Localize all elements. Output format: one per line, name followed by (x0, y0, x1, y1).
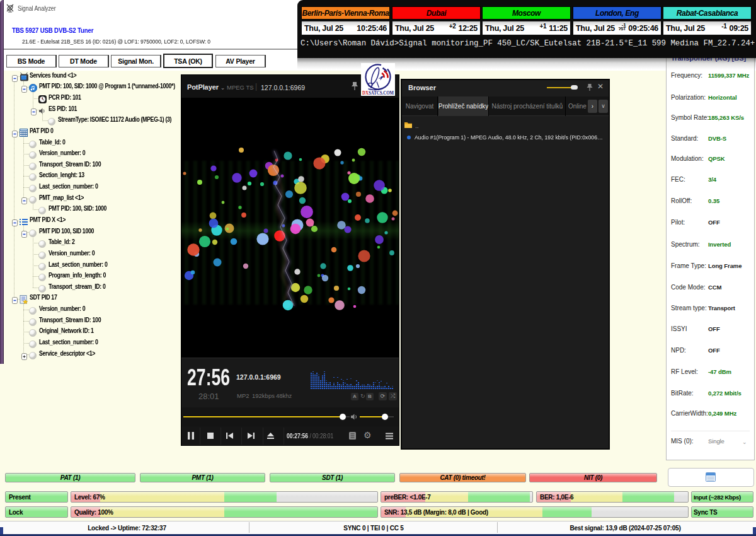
svg-text:DXSATCS.COM: DXSATCS.COM (362, 90, 394, 96)
